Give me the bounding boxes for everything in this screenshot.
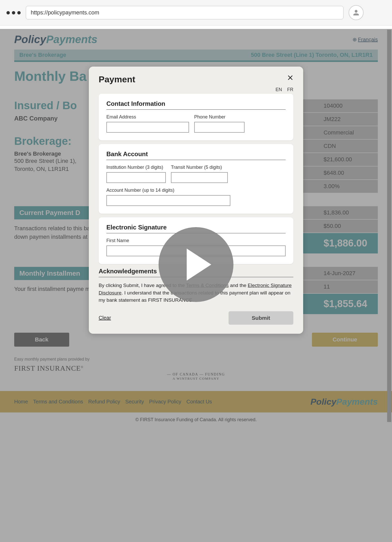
dot-icon <box>17 11 21 14</box>
card-title-contact: Contact Information <box>106 100 286 110</box>
submit-button[interactable]: Submit <box>229 311 293 325</box>
lang-fr[interactable]: FR <box>287 87 293 92</box>
phone-input[interactable] <box>194 122 245 133</box>
browser-chrome <box>0 0 392 26</box>
user-icon <box>352 9 360 17</box>
email-label: Email Address <box>106 114 189 120</box>
play-button[interactable] <box>159 227 233 302</box>
contact-info-card: Contact Information Email Address Phone … <box>99 94 293 140</box>
institution-label: Institution Number (3 digits) <box>106 165 166 170</box>
card-title-bank: Bank Account <box>106 150 286 160</box>
clear-button[interactable]: Clear <box>99 315 111 321</box>
email-input[interactable] <box>106 122 189 133</box>
dot-icon <box>12 11 15 14</box>
modal-lang-switcher: EN FR <box>99 87 293 92</box>
close-button[interactable] <box>287 74 293 82</box>
transit-input[interactable] <box>171 172 228 183</box>
play-icon <box>187 249 211 281</box>
bank-account-card: Bank Account Institution Number (3 digit… <box>99 144 293 214</box>
institution-input[interactable] <box>106 172 166 183</box>
dot-icon <box>6 11 10 14</box>
close-icon <box>287 75 293 81</box>
profile-button[interactable] <box>349 5 364 20</box>
modal-title: Payment <box>99 74 135 84</box>
transit-label: Transit Number (5 digits) <box>171 165 228 170</box>
account-label: Account Number (up to 14 digits) <box>106 188 286 193</box>
ack-text-2: and the <box>229 283 248 288</box>
window-controls <box>6 11 21 14</box>
lang-en[interactable]: EN <box>276 87 282 92</box>
account-input[interactable] <box>106 195 230 206</box>
phone-label: Phone Number <box>194 114 245 120</box>
url-bar[interactable] <box>26 6 343 19</box>
